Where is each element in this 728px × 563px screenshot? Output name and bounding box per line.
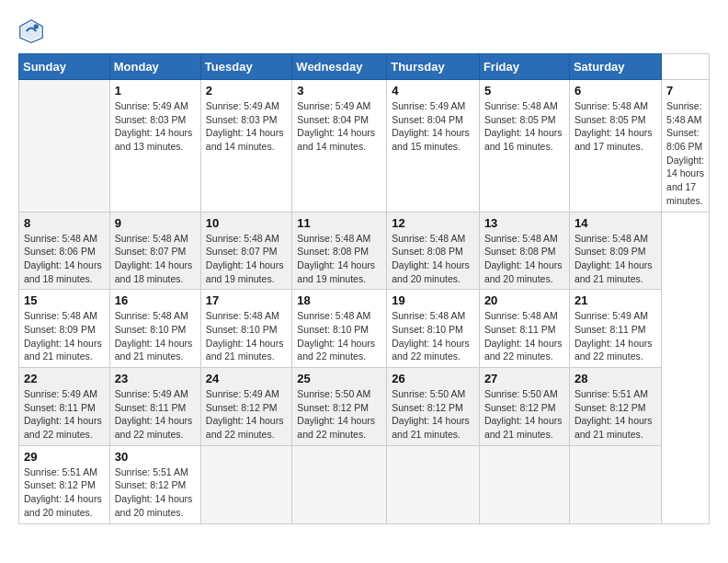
- calendar-day-cell: 15 Sunrise: 5:48 AMSunset: 8:09 PMDaylig…: [19, 290, 110, 368]
- day-info: Sunrise: 5:48 AMSunset: 8:08 PMDaylight:…: [484, 232, 564, 286]
- calendar-day-cell: 5 Sunrise: 5:48 AMSunset: 8:05 PMDayligh…: [479, 80, 569, 213]
- day-number: 10: [206, 216, 288, 230]
- day-header-monday: Monday: [109, 54, 200, 80]
- day-info: Sunrise: 5:49 AMSunset: 8:11 PMDaylight:…: [24, 387, 105, 442]
- calendar-day-cell: [200, 445, 292, 523]
- day-number: 11: [297, 216, 381, 230]
- calendar-week-row: 15 Sunrise: 5:48 AMSunset: 8:09 PMDaylig…: [19, 290, 710, 368]
- day-header-friday: Friday: [479, 54, 569, 80]
- day-number: 1: [115, 84, 196, 98]
- calendar-day-cell: 11 Sunrise: 5:48 AMSunset: 8:08 PMDaylig…: [292, 212, 387, 290]
- logo: [18, 18, 48, 44]
- day-info: Sunrise: 5:48 AMSunset: 8:06 PMDaylight:…: [24, 232, 105, 286]
- day-info: Sunrise: 5:50 AMSunset: 8:12 PMDaylight:…: [484, 387, 564, 442]
- day-header-saturday: Saturday: [569, 54, 661, 80]
- day-number: 18: [297, 293, 381, 307]
- day-info: Sunrise: 5:49 AMSunset: 8:03 PMDaylight:…: [206, 99, 288, 154]
- day-number: 21: [574, 293, 656, 307]
- day-info: Sunrise: 5:48 AMSunset: 8:05 PMDaylight:…: [574, 99, 656, 154]
- calendar-day-cell: 30 Sunrise: 5:51 AMSunset: 8:12 PMDaylig…: [109, 445, 200, 523]
- calendar-day-cell: [292, 445, 387, 523]
- day-number: 5: [484, 84, 564, 98]
- calendar-week-row: 8 Sunrise: 5:48 AMSunset: 8:06 PMDayligh…: [19, 212, 710, 290]
- calendar-day-cell: 22 Sunrise: 5:49 AMSunset: 8:11 PMDaylig…: [19, 368, 110, 446]
- calendar-table: SundayMondayTuesdayWednesdayThursdayFrid…: [18, 53, 710, 524]
- day-info: Sunrise: 5:51 AMSunset: 8:12 PMDaylight:…: [115, 465, 196, 520]
- calendar-day-cell: [479, 445, 569, 523]
- day-info: Sunrise: 5:48 AMSunset: 8:06 PMDaylight:…: [666, 99, 704, 208]
- calendar-day-cell: 26 Sunrise: 5:50 AMSunset: 8:12 PMDaylig…: [387, 368, 480, 446]
- day-info: Sunrise: 5:48 AMSunset: 8:10 PMDaylight:…: [206, 309, 288, 363]
- day-number: 17: [206, 293, 288, 307]
- day-number: 12: [392, 216, 474, 230]
- day-info: Sunrise: 5:48 AMSunset: 8:09 PMDaylight:…: [574, 232, 656, 286]
- logo-icon: [18, 18, 44, 44]
- day-number: 13: [484, 216, 564, 230]
- day-header-tuesday: Tuesday: [200, 54, 292, 80]
- day-number: 2: [206, 84, 288, 98]
- day-number: 29: [24, 450, 105, 464]
- day-header-sunday: Sunday: [19, 54, 110, 80]
- day-number: 26: [392, 372, 474, 385]
- day-info: Sunrise: 5:49 AMSunset: 8:04 PMDaylight:…: [297, 99, 381, 154]
- day-number: 6: [574, 84, 656, 98]
- day-number: 20: [484, 293, 564, 307]
- calendar-day-cell: 20 Sunrise: 5:48 AMSunset: 8:11 PMDaylig…: [479, 290, 569, 368]
- day-info: Sunrise: 5:50 AMSunset: 8:12 PMDaylight:…: [392, 387, 474, 442]
- calendar-day-cell: 29 Sunrise: 5:51 AMSunset: 8:12 PMDaylig…: [19, 445, 110, 523]
- day-number: 19: [392, 293, 474, 307]
- day-header-thursday: Thursday: [387, 54, 480, 80]
- day-info: Sunrise: 5:50 AMSunset: 8:12 PMDaylight:…: [297, 387, 381, 442]
- calendar-day-cell: 1 Sunrise: 5:49 AMSunset: 8:03 PMDayligh…: [109, 80, 200, 213]
- day-number: 24: [206, 372, 288, 385]
- calendar-day-cell: 9 Sunrise: 5:48 AMSunset: 8:07 PMDayligh…: [109, 212, 200, 290]
- day-header-wednesday: Wednesday: [292, 54, 387, 80]
- day-number: 25: [297, 372, 381, 385]
- calendar-day-cell: 17 Sunrise: 5:48 AMSunset: 8:10 PMDaylig…: [200, 290, 292, 368]
- day-number: 4: [392, 84, 474, 98]
- calendar-day-cell: 28 Sunrise: 5:51 AMSunset: 8:12 PMDaylig…: [569, 368, 661, 446]
- calendar-day-cell: 6 Sunrise: 5:48 AMSunset: 8:05 PMDayligh…: [569, 80, 661, 213]
- calendar-day-cell: 4 Sunrise: 5:49 AMSunset: 8:04 PMDayligh…: [387, 80, 480, 213]
- day-info: Sunrise: 5:49 AMSunset: 8:11 PMDaylight:…: [115, 387, 196, 442]
- calendar-header-row: SundayMondayTuesdayWednesdayThursdayFrid…: [19, 54, 710, 80]
- page-header: [18, 18, 710, 44]
- calendar-day-cell: 14 Sunrise: 5:48 AMSunset: 8:09 PMDaylig…: [569, 212, 661, 290]
- day-number: 9: [115, 216, 196, 230]
- day-number: 3: [297, 84, 381, 98]
- day-number: 8: [24, 216, 105, 230]
- day-info: Sunrise: 5:48 AMSunset: 8:09 PMDaylight:…: [24, 309, 105, 363]
- day-info: Sunrise: 5:48 AMSunset: 8:05 PMDaylight:…: [484, 99, 564, 154]
- day-number: 28: [574, 372, 656, 385]
- svg-point-2: [34, 24, 39, 29]
- day-info: Sunrise: 5:48 AMSunset: 8:10 PMDaylight:…: [115, 309, 196, 363]
- day-info: Sunrise: 5:48 AMSunset: 8:08 PMDaylight:…: [297, 232, 381, 286]
- calendar-day-cell: [569, 445, 661, 523]
- day-number: 15: [24, 293, 105, 307]
- day-info: Sunrise: 5:48 AMSunset: 8:08 PMDaylight:…: [392, 232, 474, 286]
- day-info: Sunrise: 5:48 AMSunset: 8:10 PMDaylight:…: [297, 309, 381, 363]
- calendar-week-row: 22 Sunrise: 5:49 AMSunset: 8:11 PMDaylig…: [19, 368, 710, 446]
- calendar-day-cell: 18 Sunrise: 5:48 AMSunset: 8:10 PMDaylig…: [292, 290, 387, 368]
- calendar-week-row: 1 Sunrise: 5:49 AMSunset: 8:03 PMDayligh…: [19, 80, 710, 213]
- day-info: Sunrise: 5:48 AMSunset: 8:07 PMDaylight:…: [115, 232, 196, 286]
- calendar-day-cell: 19 Sunrise: 5:48 AMSunset: 8:10 PMDaylig…: [387, 290, 480, 368]
- day-number: 23: [115, 372, 196, 385]
- day-info: Sunrise: 5:49 AMSunset: 8:12 PMDaylight:…: [206, 387, 288, 442]
- day-number: 16: [115, 293, 196, 307]
- day-number: 7: [666, 84, 704, 98]
- calendar-day-cell: 2 Sunrise: 5:49 AMSunset: 8:03 PMDayligh…: [200, 80, 292, 213]
- calendar-day-cell: [387, 445, 480, 523]
- calendar-day-cell: 10 Sunrise: 5:48 AMSunset: 8:07 PMDaylig…: [200, 212, 292, 290]
- calendar-day-cell: 13 Sunrise: 5:48 AMSunset: 8:08 PMDaylig…: [479, 212, 569, 290]
- day-number: 27: [484, 372, 564, 385]
- day-info: Sunrise: 5:48 AMSunset: 8:10 PMDaylight:…: [392, 309, 474, 363]
- calendar-day-cell: 8 Sunrise: 5:48 AMSunset: 8:06 PMDayligh…: [19, 212, 110, 290]
- empty-cell: [19, 80, 110, 213]
- calendar-day-cell: 12 Sunrise: 5:48 AMSunset: 8:08 PMDaylig…: [387, 212, 480, 290]
- calendar-day-cell: 25 Sunrise: 5:50 AMSunset: 8:12 PMDaylig…: [292, 368, 387, 446]
- day-info: Sunrise: 5:49 AMSunset: 8:04 PMDaylight:…: [392, 99, 474, 154]
- calendar-day-cell: 27 Sunrise: 5:50 AMSunset: 8:12 PMDaylig…: [479, 368, 569, 446]
- calendar-week-row: 29 Sunrise: 5:51 AMSunset: 8:12 PMDaylig…: [19, 445, 710, 523]
- day-info: Sunrise: 5:51 AMSunset: 8:12 PMDaylight:…: [574, 387, 656, 442]
